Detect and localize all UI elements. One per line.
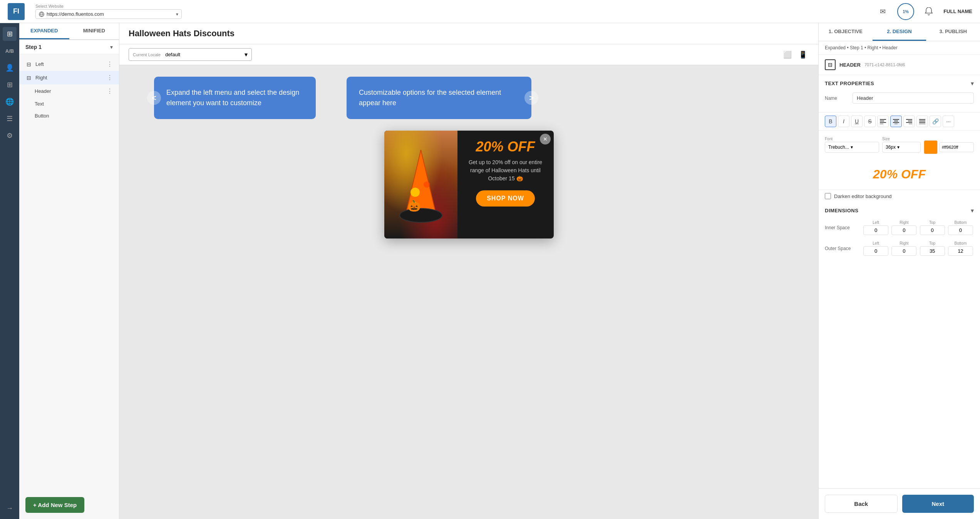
strikethrough-button[interactable]: S <box>864 116 876 127</box>
step-row[interactable]: Step 1 ▾ <box>19 40 119 54</box>
bold-button[interactable]: B <box>825 116 836 127</box>
url-input-wrap[interactable]: https://demo.fluentos.com ▾ <box>35 9 182 19</box>
nav-icon-user[interactable]: 👤 <box>3 61 17 75</box>
size-chevron-icon: ▾ <box>897 144 900 150</box>
notification-icon[interactable] <box>922 5 936 18</box>
header-id: 7071-c142-8811-0fd6 <box>864 62 905 67</box>
tab-design[interactable]: 2. DESIGN <box>873 23 926 41</box>
outer-left-label: Left <box>873 241 879 245</box>
svg-point-2 <box>400 208 442 222</box>
outer-left-wrap: Left <box>863 241 889 256</box>
tab-minified[interactable]: MINIFIED <box>69 23 119 39</box>
sub-header-dots[interactable]: ⋮ <box>107 87 113 95</box>
icon-sidebar: ⊞ A/B 👤 ⊞ 🌐 ☰ ⚙ → <box>0 23 19 519</box>
popup-close-button[interactable]: ✕ <box>540 134 551 144</box>
inner-left-input[interactable] <box>863 225 888 235</box>
inner-bottom-input[interactable] <box>948 225 973 235</box>
locale-value: default <box>165 52 241 57</box>
outer-bottom-input[interactable] <box>948 246 973 256</box>
inner-top-input[interactable] <box>920 225 945 235</box>
popup-body-text: Get up to 20% off on our entire range of… <box>465 158 546 183</box>
font-select[interactable]: Trebuch... ▾ <box>825 142 879 153</box>
back-button[interactable]: Back <box>825 495 898 513</box>
tab-expanded[interactable]: EXPANDED <box>19 23 69 39</box>
canvas-title: Halloween Hats Discounts <box>129 29 235 39</box>
sub-item-text[interactable]: Text <box>19 98 119 110</box>
panel-right-icon: ⊟ <box>25 74 32 81</box>
outer-bottom-label: Bottom <box>955 241 967 245</box>
tree-item-right[interactable]: ⊟ Right ⋮ <box>19 71 119 84</box>
sub-item-header[interactable]: Header ⋮ <box>19 84 119 98</box>
outer-right-input[interactable] <box>891 246 916 256</box>
callout-right-text: Customizable options for the selected el… <box>359 89 501 107</box>
justify-button[interactable] <box>916 116 928 127</box>
sub-item-button[interactable]: Button <box>19 110 119 122</box>
underline-button[interactable]: U <box>851 116 863 127</box>
next-button[interactable]: Next <box>902 495 974 513</box>
popup-inner: 🎃 20% OFF Get up to 20% off on our entir… <box>384 131 554 239</box>
locale-select[interactable]: Current Locale default ▾ <box>129 48 252 61</box>
nav-icon-grid[interactable]: ⊞ <box>3 78 17 92</box>
align-center-button[interactable] <box>890 116 902 127</box>
size-label: Size <box>882 137 921 141</box>
callout-left: < Expand the left menu and select the de… <box>154 77 316 119</box>
avatar-percent: 1% <box>903 9 909 14</box>
header-element-label: HEADER <box>839 62 861 68</box>
add-step-button[interactable]: + Add New Step <box>25 497 84 513</box>
inner-left-label: Left <box>873 220 879 225</box>
nav-icon-exit[interactable]: → <box>3 501 17 515</box>
font-row: Font Trebuch... ▾ Size 36px ▾ <box>819 131 980 159</box>
align-right-button[interactable] <box>903 116 915 127</box>
more-button[interactable]: ··· <box>943 116 954 127</box>
nav-icon-globe[interactable]: 🌐 <box>3 95 17 109</box>
dimensions-chevron-icon[interactable]: ▾ <box>971 207 974 214</box>
outer-left-input[interactable] <box>863 246 888 256</box>
callout-right-arrow[interactable]: > <box>524 91 538 105</box>
color-hex-input[interactable] <box>939 142 974 152</box>
nav-icon-ab[interactable]: A/B <box>3 44 17 58</box>
name-label: Name <box>825 96 848 101</box>
outer-space-label: Outer Space <box>825 246 859 251</box>
nav-icon-home[interactable]: ⊞ <box>3 27 17 41</box>
step-label: Step 1 <box>25 44 110 50</box>
tree-item-left[interactable]: ⊟ Left ⋮ <box>19 57 119 71</box>
align-left-button[interactable] <box>877 116 889 127</box>
inner-top-wrap: Top <box>919 220 946 235</box>
tab-objective[interactable]: 1. OBJECTIVE <box>819 23 873 41</box>
color-label <box>948 135 950 139</box>
text-props-chevron-icon[interactable]: ▾ <box>971 80 974 87</box>
tab-publish[interactable]: 3. PUBLISH <box>926 23 980 41</box>
mail-icon[interactable]: ✉ <box>876 5 890 18</box>
callout-left-arrow[interactable]: < <box>147 91 161 105</box>
popup-cta-button[interactable]: SHOP NOW <box>476 190 535 207</box>
svg-point-4 <box>424 181 430 188</box>
url-chevron-icon[interactable]: ▾ <box>176 12 178 17</box>
outer-top-label: Top <box>929 241 935 245</box>
outer-right-label: Right <box>900 241 908 245</box>
globe-icon <box>39 12 44 17</box>
italic-button[interactable]: I <box>838 116 849 127</box>
inner-right-input[interactable] <box>891 225 916 235</box>
tree-right-dots[interactable]: ⋮ <box>107 74 113 81</box>
link-button[interactable]: 🔗 <box>930 116 941 127</box>
darken-label: Darken editor background <box>834 193 892 199</box>
avatar-circle: 1% <box>897 3 914 20</box>
desktop-view-icon[interactable]: ⬜ <box>781 49 794 61</box>
locale-container: Current Locale default ▾ <box>129 48 252 61</box>
color-swatch[interactable] <box>924 140 938 154</box>
nav-icon-settings[interactable]: ⚙ <box>3 129 17 143</box>
darken-row: Darken editor background <box>819 190 980 202</box>
size-value: 36px <box>886 144 896 150</box>
tree-left-dots[interactable]: ⋮ <box>107 60 113 68</box>
name-input[interactable] <box>853 92 974 104</box>
size-select[interactable]: 36px ▾ <box>882 142 921 153</box>
top-bar: FI Select Website https://demo.fluentos.… <box>0 0 980 23</box>
nav-icon-list[interactable]: ☰ <box>3 112 17 126</box>
darken-checkbox[interactable] <box>825 193 831 199</box>
outer-space-fields: Left Right Top Bottom <box>863 241 974 256</box>
sub-header-label: Header <box>35 88 107 94</box>
outer-top-input[interactable] <box>920 246 945 256</box>
outer-bottom-wrap: Bottom <box>947 241 974 256</box>
dimensions-section: Inner Space Left Right Top <box>819 217 980 265</box>
mobile-view-icon[interactable]: 📱 <box>797 49 809 61</box>
